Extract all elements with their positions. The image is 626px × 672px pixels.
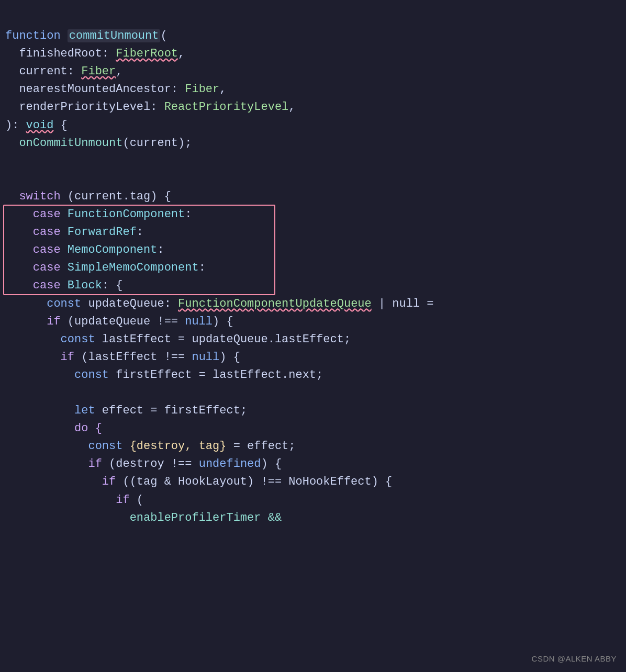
code-line: case SimpleMemoComponent: bbox=[5, 259, 621, 277]
code-line: const updateQueue: FunctionComponentUpda… bbox=[5, 295, 621, 313]
code-line bbox=[5, 384, 621, 402]
code-line: if ( bbox=[5, 491, 621, 509]
code-line bbox=[5, 152, 621, 170]
code-line: case Block: { bbox=[5, 277, 621, 295]
code-line: case MemoComponent: bbox=[5, 241, 621, 259]
code-line: onCommitUnmount(current); bbox=[5, 135, 621, 152]
code-line: enableProfilerTimer && bbox=[5, 509, 621, 527]
code-line: switch (current.tag) { bbox=[5, 188, 621, 206]
code-line: finishedRoot: FiberRoot, bbox=[5, 45, 621, 63]
watermark: CSDN @ALKEN ABBY bbox=[532, 653, 617, 665]
code-line: const firstEffect = lastEffect.next; bbox=[5, 366, 621, 384]
code-line bbox=[5, 170, 621, 188]
code-line: nearestMountedAncestor: Fiber, bbox=[5, 81, 621, 98]
code-line: function commitUnmount( bbox=[5, 27, 621, 45]
code-line: if ((tag & HookLayout) !== NoHookEffect)… bbox=[5, 473, 621, 491]
code-line: case ForwardRef: bbox=[5, 223, 621, 241]
code-editor: function commitUnmount( finishedRoot: Fi… bbox=[0, 0, 626, 536]
code-line: const {destroy, tag} = effect; bbox=[5, 438, 621, 455]
code-line: let effect = firstEffect; bbox=[5, 402, 621, 420]
code-line: do { bbox=[5, 420, 621, 438]
code-line: if (destroy !== undefined) { bbox=[5, 455, 621, 473]
code-line: if (updateQueue !== null) { bbox=[5, 313, 621, 331]
code-line: case FunctionComponent: bbox=[5, 206, 621, 223]
code-line: ): void { bbox=[5, 117, 621, 135]
code-line: const lastEffect = updateQueue.lastEffec… bbox=[5, 331, 621, 349]
code-line: renderPriorityLevel: ReactPriorityLevel, bbox=[5, 98, 621, 116]
code-line: current: Fiber, bbox=[5, 63, 621, 81]
code-line: if (lastEffect !== null) { bbox=[5, 349, 621, 366]
